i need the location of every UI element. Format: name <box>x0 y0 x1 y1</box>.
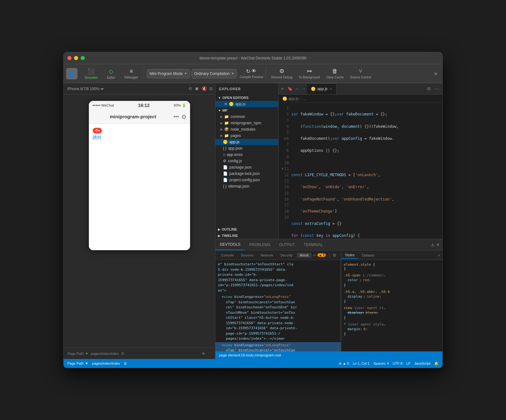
refresh-icon[interactable]: ↻ <box>246 68 250 74</box>
style-selector-h5-a: .h5-a, .h5-abbr, .h5-b <box>344 290 440 294</box>
clear-cache-button[interactable]: 🗑 Clear Cache <box>324 67 346 81</box>
tab-output[interactable]: OUTPUT <box>275 239 299 250</box>
file-app-wxss[interactable]: ≡ app.wxss <box>215 151 278 158</box>
console-tab[interactable]: Console <box>218 253 237 258</box>
tab-app-js-close[interactable]: ✕ <box>330 87 332 91</box>
timeline-header[interactable]: ▶ TIMELINE <box>215 232 278 239</box>
editor-back-icon[interactable]: ← <box>294 83 300 94</box>
tab-app-js[interactable]: 🟡 app.js ✕ <box>307 83 336 94</box>
network-tab[interactable]: Network <box>257 253 276 258</box>
wxml-tree: e" bindtouchstart="onTouchStart" cla 5-d… <box>215 260 341 351</box>
close-button[interactable] <box>67 56 71 60</box>
source-control-button[interactable]: ⑂ Source Control <box>348 67 374 81</box>
debugger-button[interactable]: ≡ Debugger <box>121 67 141 80</box>
file-app-wxss-icon: ≡ <box>223 152 225 157</box>
simulator-button[interactable]: ⬛ Simulator <box>81 67 101 81</box>
clear-cache-icon: 🗑 <box>332 68 338 75</box>
security-tab[interactable]: Security <box>277 253 296 258</box>
open-editor-close[interactable]: ✕ <box>224 102 227 106</box>
open-editor-app-js[interactable]: ✕ 🟡 app.js <box>215 101 278 107</box>
inner-tabs-more[interactable]: » <box>313 253 316 257</box>
copy-path-icon[interactable]: ⧉ <box>121 351 124 355</box>
folder-common[interactable]: ▶ 📁 common <box>215 114 278 120</box>
toolbar-more-button[interactable]: » <box>432 69 440 78</box>
tab-devtools[interactable]: DEVTOOLS <box>215 239 245 250</box>
link-text[interactable]: 跳转 <box>93 135 186 140</box>
split-editor-icon[interactable]: ⧉ <box>426 85 432 92</box>
wxml-entry-2[interactable]: <view bindlongpress="onLongPress" nTap" … <box>215 294 341 342</box>
mode-select[interactable]: Mini Program Mode ▼ <box>147 69 190 78</box>
file-sitemap-json[interactable]: { } sitemap.json <box>215 183 278 189</box>
mode-select-arrow: ▼ <box>184 72 187 75</box>
editor-button[interactable]: ◇ Editor <box>102 67 120 81</box>
devtools-chevron-up[interactable]: ∧ <box>431 242 434 247</box>
styles-more-button[interactable]: » <box>438 253 442 257</box>
file-app-json[interactable]: { } app.json <box>215 145 278 151</box>
remote-debug-button[interactable]: ⚙ Remote Debug <box>268 66 295 81</box>
language-status[interactable]: JavaScript <box>414 361 430 366</box>
dataset-tab[interactable]: Dataset <box>358 252 378 258</box>
phone-menu-dots[interactable]: ••• <box>174 114 179 120</box>
devtools-dock-icon[interactable]: ⧉ <box>333 253 336 258</box>
tab-problems-label: PROBLEMS <box>249 243 270 247</box>
copy-icon[interactable]: ⧉ <box>209 86 213 91</box>
simulator-panel: iPhone 6/7/8 100% ⟲ ⏺ 🔇 ⧉ ••••• WeChat <box>64 83 215 359</box>
folder-common-chevron: ▶ <box>220 115 223 118</box>
devtools-footer: page element.h5-body.miniprogram-root <box>215 351 442 359</box>
minimize-button[interactable] <box>74 56 78 60</box>
style-body-h5-a: display : inline; <box>344 294 440 300</box>
wxml-entry-3[interactable]: <view bindlongpress="onLongPress" nTap" … <box>215 342 341 352</box>
styles-tab[interactable]: Styles <box>341 252 358 259</box>
folder-pages-chevron: ▶ <box>220 134 223 137</box>
tab-terminal[interactable]: TERMINAL <box>299 239 327 250</box>
record-icon[interactable]: ⏺ <box>194 86 199 91</box>
remote-debug-icon: ⚙ <box>279 68 284 75</box>
maximize-button[interactable] <box>81 56 85 60</box>
file-app-json-icon: { } <box>223 146 226 151</box>
outline-header[interactable]: ▶ OUTLINE <box>215 226 278 232</box>
wxml-entry-1[interactable]: e" bindtouchstart="onTouchStart" cla 5-d… <box>215 261 341 294</box>
phone-record-btn[interactable]: ⊙ <box>182 113 186 120</box>
wxml-tab[interactable]: Wxml <box>297 253 312 258</box>
folder-npm-name: miniprogram_npm <box>231 121 261 125</box>
folder-pages-icon: 📁 <box>224 133 229 138</box>
sim-more-options[interactable]: ⋯ <box>208 351 211 355</box>
compilation-select[interactable]: Ordinary Compilation ▼ <box>191 69 237 78</box>
editor-forward-icon[interactable]: → <box>300 83 307 94</box>
editor-lines-toggle[interactable]: ≡ <box>279 83 286 94</box>
bell-icon[interactable]: 🔔 <box>434 361 439 366</box>
sound-icon[interactable]: 🔇 <box>201 86 207 91</box>
folder-node-name: node_modules <box>231 127 256 132</box>
devtools-close-icon[interactable]: ✕ <box>436 242 440 247</box>
file-package-lock-json[interactable]: 📄 package-lock.json <box>215 170 278 177</box>
copy-icon-status[interactable]: ⧉ <box>124 361 126 366</box>
style-rule-h5-span: .h5-span {./common/… color : red; } <box>344 273 440 287</box>
page-path-chevron: ▼ <box>85 352 88 355</box>
devtools-settings-icon[interactable]: ⋮ <box>328 253 332 257</box>
problems-status[interactable]: ⊘ ▲ 0 <box>339 361 349 366</box>
folder-node-modules[interactable]: ▶ 📦 node_modules <box>215 126 278 133</box>
device-select[interactable]: iPhone 6/7/8 100% <box>66 86 105 91</box>
eye-icon[interactable]: 👁 <box>251 68 256 74</box>
tab-problems[interactable]: PROBLEMS <box>245 239 275 250</box>
sources-tab[interactable]: Sources <box>238 253 256 258</box>
file-config-js[interactable]: ⚙ config.js <box>215 158 278 164</box>
page-path-button[interactable]: Page Path ▼ <box>67 361 88 365</box>
file-app-js[interactable]: 🟡 app.js <box>215 139 278 145</box>
rotate-icon[interactable]: ⟲ <box>188 86 192 91</box>
to-background-button[interactable]: ↦ To Background <box>296 66 323 81</box>
editor-bookmark-icon[interactable]: 🔖 <box>286 83 294 94</box>
editor-more-icon[interactable]: ⋯ <box>433 86 440 92</box>
titlebar: kbone-template-preact - WeChat Devtools … <box>64 52 442 64</box>
file-project-config-json[interactable]: 📄 project.config.json <box>215 177 278 183</box>
page-path-label[interactable]: Page Path ▼ <box>67 352 88 355</box>
to-background-icon: ↦ <box>307 68 312 75</box>
mp-header[interactable]: ▼ MP <box>215 107 278 114</box>
eye-toggle[interactable]: 👁 <box>202 352 205 355</box>
file-app-wxss-name: app.wxss <box>227 152 243 157</box>
style-body-star: margin: 0; <box>344 326 440 332</box>
open-editors-header[interactable]: ▼ OPEN EDITORS <box>215 95 278 101</box>
folder-miniprogram-npm[interactable]: ▶ 📁 miniprogram_npm <box>215 120 278 126</box>
folder-pages[interactable]: ▶ 📁 pages <box>215 133 278 139</box>
file-package-json[interactable]: 📄 package.json <box>215 164 278 170</box>
